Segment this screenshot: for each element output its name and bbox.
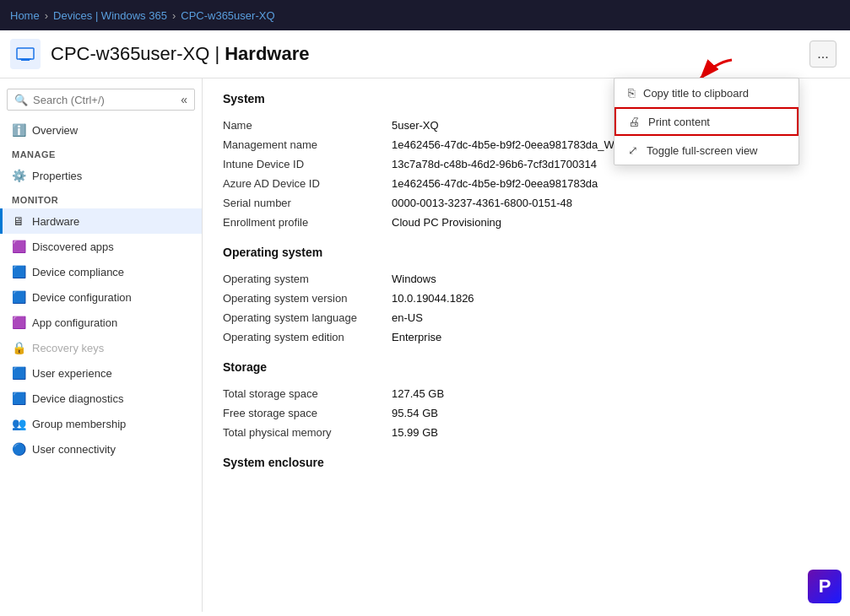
os-section-title: Operating system — [223, 246, 830, 262]
sidebar-item-properties[interactable]: ⚙️ Properties — [0, 163, 202, 188]
sidebar-item-app-configuration[interactable]: 🟪 App configuration — [0, 310, 202, 335]
storage-table: Total storage space 127.45 GB Free stora… — [223, 384, 830, 442]
sidebar-item-overview[interactable]: ℹ️ Overview — [0, 117, 202, 143]
collapse-button[interactable]: « — [181, 93, 187, 106]
device-icon — [10, 39, 41, 69]
table-row: Serial number 0000-0013-3237-4361-6800-0… — [223, 193, 830, 213]
sidebar-section-monitor: Monitor — [0, 188, 202, 208]
sidebar-item-device-diagnostics[interactable]: 🟦 Device diagnostics — [0, 386, 202, 411]
device-diagnostics-icon: 🟦 — [12, 392, 25, 405]
ellipsis-button[interactable]: ... — [809, 41, 836, 68]
table-row: Operating system Windows — [223, 269, 830, 289]
overview-icon: ℹ️ — [12, 123, 25, 137]
sidebar-item-device-configuration[interactable]: 🟦 Device configuration — [0, 284, 202, 310]
enclosure-section-title: System enclosure — [223, 456, 830, 473]
sidebar-item-recovery-keys: 🔒 Recovery keys — [0, 335, 202, 360]
fullscreen-icon: ⤢ — [628, 143, 638, 157]
table-row: Operating system version 10.0.19044.1826 — [223, 289, 830, 308]
discovered-apps-icon: 🟪 — [12, 240, 25, 253]
top-bar: Home › Devices | Windows 365 › CPC-w365u… — [0, 0, 850, 30]
sidebar-section-manage: Manage — [0, 143, 202, 163]
user-connectivity-icon: 🔵 — [12, 442, 25, 456]
page-title: CPC-w365user-XQ | Hardware — [51, 43, 799, 65]
sidebar-item-device-compliance[interactable]: 🟦 Device compliance — [0, 259, 202, 284]
breadcrumb-device: CPC-w365user-XQ — [181, 9, 274, 22]
device-compliance-icon: 🟦 — [12, 265, 25, 278]
sidebar-item-discovered-apps[interactable]: 🟪 Discovered apps — [0, 234, 202, 259]
print-content-menu-item[interactable]: 🖨 Print content — [614, 107, 799, 136]
os-table: Operating system Windows Operating syste… — [223, 269, 830, 347]
properties-icon: ⚙️ — [12, 169, 25, 182]
table-row: Azure AD Device ID 1e462456-47dc-4b5e-b9… — [223, 174, 830, 193]
breadcrumb: Home › Devices | Windows 365 › CPC-w365u… — [10, 9, 275, 22]
print-icon: 🖨 — [628, 115, 640, 128]
search-input[interactable] — [33, 94, 176, 106]
dropdown-menu: ⎘ Copy title to clipboard 🖨 Print conten… — [614, 78, 799, 165]
svg-rect-0 — [17, 48, 34, 59]
toggle-fullscreen-menu-item[interactable]: ⤢ Toggle full-screen view — [614, 136, 799, 165]
search-icon: 🔍 — [14, 94, 28, 106]
table-row: Total storage space 127.45 GB — [223, 384, 830, 403]
table-row: Enrollment profile Cloud PC Provisioning — [223, 213, 830, 232]
copy-title-menu-item[interactable]: ⎘ Copy title to clipboard — [614, 78, 799, 107]
table-row: Operating system language en-US — [223, 308, 830, 327]
user-experience-icon: 🟦 — [12, 366, 25, 380]
table-row: Operating system edition Enterprise — [223, 327, 830, 347]
sidebar-item-user-connectivity[interactable]: 🔵 User connectivity — [0, 436, 202, 462]
header-area: CPC-w365user-XQ | Hardware ... ⎘ Copy ti… — [0, 30, 850, 78]
search-box[interactable]: 🔍 « — [7, 89, 195, 111]
app-configuration-icon: 🟪 — [12, 316, 25, 329]
device-configuration-icon: 🟦 — [12, 290, 25, 304]
table-row: Total physical memory 15.99 GB — [223, 423, 830, 442]
recovery-keys-icon: 🔒 — [12, 341, 25, 354]
breadcrumb-home[interactable]: Home — [10, 9, 40, 22]
group-membership-icon: 👥 — [12, 417, 25, 430]
sidebar-item-group-membership[interactable]: 👥 Group membership — [0, 411, 202, 436]
sidebar: 🔍 « ℹ️ Overview Manage ⚙️ Properties Mon… — [0, 78, 203, 612]
breadcrumb-devices[interactable]: Devices | Windows 365 — [53, 9, 167, 22]
hardware-icon: 🖥 — [12, 214, 25, 228]
storage-section-title: Storage — [223, 360, 830, 377]
table-row: Free storage space 95.54 GB — [223, 403, 830, 423]
sidebar-item-user-experience[interactable]: 🟦 User experience — [0, 360, 202, 386]
sidebar-item-hardware[interactable]: 🖥 Hardware — [0, 208, 202, 234]
watermark: P — [808, 570, 842, 603]
copy-icon: ⎘ — [628, 86, 635, 100]
